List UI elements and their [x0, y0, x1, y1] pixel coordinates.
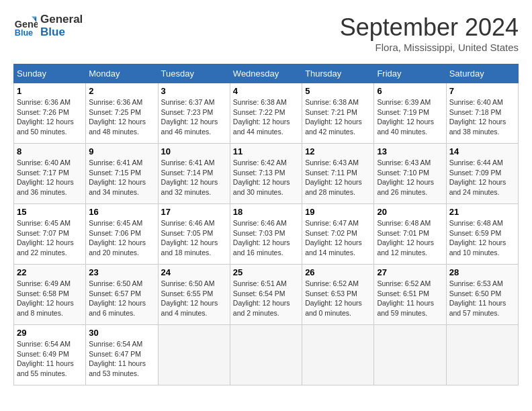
day-number: 16 [89, 207, 154, 217]
day-number: 23 [89, 267, 154, 277]
table-row: 25Sunrise: 6:51 AM Sunset: 6:54 PM Dayli… [230, 265, 302, 325]
table-row: 11Sunrise: 6:42 AM Sunset: 7:13 PM Dayli… [230, 144, 302, 204]
day-info: Sunrise: 6:50 AM Sunset: 6:55 PM Dayligh… [161, 279, 227, 318]
day-info: Sunrise: 6:36 AM Sunset: 7:26 PM Dayligh… [17, 97, 83, 137]
day-number: 28 [449, 267, 515, 277]
day-number: 22 [17, 267, 83, 277]
day-number: 14 [449, 146, 515, 156]
day-number: 15 [17, 207, 83, 217]
table-row: 12Sunrise: 6:43 AM Sunset: 7:11 PM Dayli… [302, 144, 374, 204]
day-number: 19 [305, 207, 371, 217]
day-number: 12 [305, 146, 371, 156]
day-info: Sunrise: 6:43 AM Sunset: 7:10 PM Dayligh… [377, 158, 443, 197]
day-info: Sunrise: 6:41 AM Sunset: 7:14 PM Dayligh… [161, 158, 227, 197]
day-number: 1 [17, 86, 83, 96]
day-info: Sunrise: 6:38 AM Sunset: 7:22 PM Dayligh… [233, 97, 299, 137]
header-tuesday: Tuesday [158, 64, 230, 83]
header-wednesday: Wednesday [230, 64, 302, 83]
table-row: 30Sunrise: 6:54 AM Sunset: 6:47 PM Dayli… [86, 325, 158, 385]
header-monday: Monday [86, 64, 158, 83]
header-sunday: Sunday [14, 64, 86, 83]
header-thursday: Thursday [302, 64, 374, 83]
day-number: 8 [17, 146, 83, 156]
day-number: 26 [305, 267, 371, 277]
table-row: 8Sunrise: 6:40 AM Sunset: 7:17 PM Daylig… [14, 144, 86, 204]
table-row [446, 325, 518, 385]
day-info: Sunrise: 6:54 AM Sunset: 6:49 PM Dayligh… [17, 339, 83, 379]
page-container: General Blue General Blue September 2024… [13, 13, 519, 385]
day-info: Sunrise: 6:41 AM Sunset: 7:15 PM Dayligh… [89, 158, 154, 197]
day-info: Sunrise: 6:48 AM Sunset: 6:59 PM Dayligh… [449, 218, 515, 258]
logo-line1: General [40, 13, 83, 26]
day-number: 11 [233, 146, 299, 156]
day-info: Sunrise: 6:43 AM Sunset: 7:11 PM Dayligh… [305, 158, 371, 197]
svg-text:General: General [15, 18, 38, 29]
table-row: 26Sunrise: 6:52 AM Sunset: 6:53 PM Dayli… [302, 265, 374, 325]
day-info: Sunrise: 6:45 AM Sunset: 7:07 PM Dayligh… [17, 218, 83, 258]
day-info: Sunrise: 6:42 AM Sunset: 7:13 PM Dayligh… [233, 158, 299, 197]
table-row: 29Sunrise: 6:54 AM Sunset: 6:49 PM Dayli… [14, 325, 86, 385]
day-info: Sunrise: 6:50 AM Sunset: 6:57 PM Dayligh… [89, 279, 154, 318]
day-number: 7 [449, 86, 515, 96]
header-friday: Friday [374, 64, 446, 83]
day-number: 3 [161, 86, 227, 96]
table-row: 13Sunrise: 6:43 AM Sunset: 7:10 PM Dayli… [374, 144, 446, 204]
day-number: 18 [233, 207, 299, 217]
table-row [230, 325, 302, 385]
day-info: Sunrise: 6:48 AM Sunset: 7:01 PM Dayligh… [377, 218, 443, 258]
day-info: Sunrise: 6:37 AM Sunset: 7:23 PM Dayligh… [161, 97, 227, 137]
table-row [302, 325, 374, 385]
table-row: 5Sunrise: 6:38 AM Sunset: 7:21 PM Daylig… [302, 83, 374, 144]
day-info: Sunrise: 6:39 AM Sunset: 7:19 PM Dayligh… [377, 97, 443, 137]
day-number: 5 [305, 86, 371, 96]
day-info: Sunrise: 6:54 AM Sunset: 6:47 PM Dayligh… [89, 339, 154, 379]
day-number: 17 [161, 207, 227, 217]
title-section: September 2024 Flora, Mississippi, Unite… [340, 13, 519, 53]
calendar-subtitle: Flora, Mississippi, United States [340, 42, 519, 53]
table-row [158, 325, 230, 385]
table-row: 17Sunrise: 6:46 AM Sunset: 7:05 PM Dayli… [158, 204, 230, 265]
calendar-header-row: Sunday Monday Tuesday Wednesday Thursday… [14, 64, 519, 83]
logo-icon: General Blue [13, 14, 38, 38]
table-row: 28Sunrise: 6:53 AM Sunset: 6:50 PM Dayli… [446, 265, 518, 325]
table-row: 19Sunrise: 6:47 AM Sunset: 7:02 PM Dayli… [302, 204, 374, 265]
header: General Blue General Blue September 2024… [13, 13, 519, 53]
calendar-week-row: 29Sunrise: 6:54 AM Sunset: 6:49 PM Dayli… [14, 325, 519, 385]
day-number: 2 [89, 86, 154, 96]
day-number: 21 [449, 207, 515, 217]
day-number: 29 [17, 328, 83, 338]
table-row: 20Sunrise: 6:48 AM Sunset: 7:01 PM Dayli… [374, 204, 446, 265]
day-info: Sunrise: 6:40 AM Sunset: 7:17 PM Dayligh… [17, 158, 83, 197]
table-row: 3Sunrise: 6:37 AM Sunset: 7:23 PM Daylig… [158, 83, 230, 144]
day-number: 9 [89, 146, 154, 156]
day-info: Sunrise: 6:51 AM Sunset: 6:54 PM Dayligh… [233, 279, 299, 318]
day-number: 4 [233, 86, 299, 96]
calendar-title: September 2024 [340, 13, 519, 42]
day-info: Sunrise: 6:45 AM Sunset: 7:06 PM Dayligh… [89, 218, 154, 258]
table-row: 23Sunrise: 6:50 AM Sunset: 6:57 PM Dayli… [86, 265, 158, 325]
day-number: 30 [89, 328, 154, 338]
day-info: Sunrise: 6:38 AM Sunset: 7:21 PM Dayligh… [305, 97, 371, 137]
day-info: Sunrise: 6:36 AM Sunset: 7:25 PM Dayligh… [89, 97, 154, 137]
table-row: 24Sunrise: 6:50 AM Sunset: 6:55 PM Dayli… [158, 265, 230, 325]
table-row: 4Sunrise: 6:38 AM Sunset: 7:22 PM Daylig… [230, 83, 302, 144]
header-saturday: Saturday [446, 64, 518, 83]
svg-text:Blue: Blue [15, 28, 33, 38]
day-number: 20 [377, 207, 443, 217]
day-number: 13 [377, 146, 443, 156]
calendar-week-row: 8Sunrise: 6:40 AM Sunset: 7:17 PM Daylig… [14, 144, 519, 204]
table-row [374, 325, 446, 385]
table-row: 27Sunrise: 6:52 AM Sunset: 6:51 PM Dayli… [374, 265, 446, 325]
calendar-week-row: 1Sunrise: 6:36 AM Sunset: 7:26 PM Daylig… [14, 83, 519, 144]
logo: General Blue General Blue [13, 13, 83, 38]
table-row: 14Sunrise: 6:44 AM Sunset: 7:09 PM Dayli… [446, 144, 518, 204]
table-row: 15Sunrise: 6:45 AM Sunset: 7:07 PM Dayli… [14, 204, 86, 265]
calendar-week-row: 22Sunrise: 6:49 AM Sunset: 6:58 PM Dayli… [14, 265, 519, 325]
day-info: Sunrise: 6:44 AM Sunset: 7:09 PM Dayligh… [449, 158, 515, 197]
day-info: Sunrise: 6:49 AM Sunset: 6:58 PM Dayligh… [17, 279, 83, 318]
day-info: Sunrise: 6:46 AM Sunset: 7:05 PM Dayligh… [161, 218, 227, 258]
table-row: 1Sunrise: 6:36 AM Sunset: 7:26 PM Daylig… [14, 83, 86, 144]
day-number: 6 [377, 86, 443, 96]
table-row: 7Sunrise: 6:40 AM Sunset: 7:18 PM Daylig… [446, 83, 518, 144]
day-number: 27 [377, 267, 443, 277]
